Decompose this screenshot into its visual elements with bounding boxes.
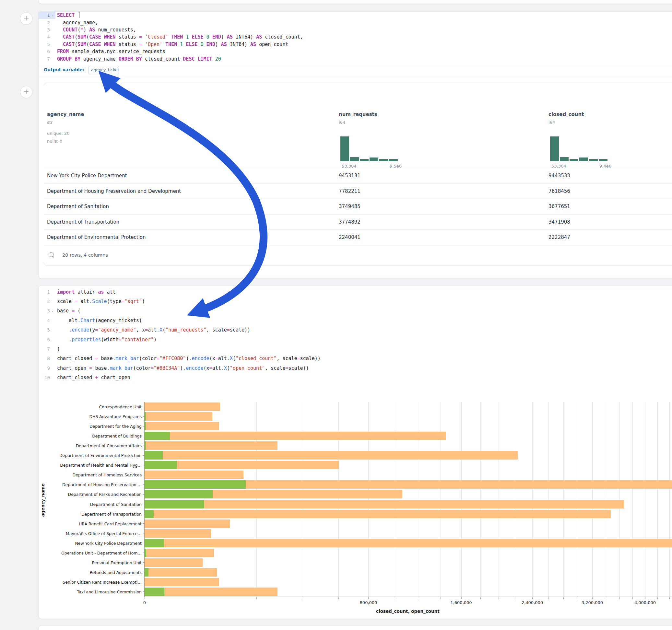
sql-editor-line[interactable]: 4 CAST(SUM(CASE WHEN status = 'Closed' T…: [38, 33, 303, 41]
chart-gridline: [395, 402, 395, 597]
column-header[interactable]: agency_name: [47, 112, 84, 117]
python-editor-line[interactable]: 8chart_closed = base.mark_bar(color="#FF…: [38, 354, 320, 363]
x-axis-tick: [532, 597, 533, 599]
sql-editor-line[interactable]: 2 agency_name,: [38, 19, 98, 26]
histogram-bar: [599, 159, 607, 161]
code-text: import altair as alt: [57, 289, 116, 295]
y-axis-label: DHS Advantage Programs: [32, 414, 142, 419]
bar-closed-count[interactable]: [145, 519, 230, 528]
line-number: 3: [38, 308, 50, 313]
column-histogram[interactable]: [550, 137, 607, 161]
bar-open-count[interactable]: [145, 510, 154, 518]
x-axis-tick: [645, 597, 645, 599]
bar-closed-count[interactable]: [145, 529, 211, 538]
sql-editor-line[interactable]: 5 CAST(SUM(CASE WHEN status = 'Open' THE…: [38, 41, 288, 48]
column-header[interactable]: num_requests: [339, 112, 377, 117]
chart-gridline: [563, 402, 564, 597]
code-fold-chevron-icon[interactable]: ⌄: [50, 308, 55, 312]
histogram-bar: [570, 159, 578, 161]
table-cell: Department of Environmental Protection: [47, 234, 146, 240]
column-stat: unique: 20: [47, 131, 70, 136]
table-cell: 7618456: [549, 188, 570, 194]
y-axis-label: HRA Benefit Card Replacement: [32, 522, 142, 526]
y-axis-label: Department of Buildings: [32, 434, 142, 438]
chart-gridline: [516, 402, 516, 597]
bar-open-count[interactable]: [145, 412, 146, 421]
chart-gridline: [419, 402, 419, 597]
bar-closed-count[interactable]: [145, 432, 446, 440]
python-editor-line[interactable]: 7): [38, 344, 60, 354]
bar-open-count[interactable]: [145, 480, 246, 489]
chart-gridline: [480, 402, 481, 597]
x-axis-tick: [303, 597, 303, 599]
python-editor-line[interactable]: 1import altair as alt: [38, 287, 116, 296]
x-axis-tick: [257, 597, 257, 599]
column-histogram[interactable]: [340, 137, 398, 161]
bar-closed-count[interactable]: [145, 549, 214, 557]
x-axis-tick: [606, 597, 606, 599]
line-number: 8: [38, 356, 50, 361]
table-cell: Department of Housing Preservation and D…: [47, 188, 181, 194]
bar-closed-count[interactable]: [145, 510, 611, 518]
add-cell-button[interactable]: +: [20, 86, 32, 98]
line-number: 4: [38, 34, 50, 40]
sql-editor-line[interactable]: 3 COUNT(*) AS num_requests,: [38, 26, 136, 33]
histogram-bar: [550, 137, 559, 161]
bar-closed-count[interactable]: [145, 451, 518, 460]
x-axis-tick: [419, 597, 419, 599]
bar-open-count[interactable]: [145, 568, 148, 577]
search-icon[interactable]: [49, 252, 53, 257]
y-axis-label: Department of Consumer Affairs: [32, 443, 142, 448]
column-header[interactable]: closed_count: [549, 112, 584, 117]
bar-open-count[interactable]: [145, 490, 213, 499]
sql-editor-line[interactable]: 7GROUP BY agency_name ORDER BY closed_co…: [38, 55, 221, 62]
bar-closed-count[interactable]: [145, 412, 212, 421]
bar-open-count[interactable]: [145, 422, 146, 430]
python-editor-line[interactable]: 2scale = alt.Scale(type="sqrt"): [38, 296, 145, 306]
output-variable-pill[interactable]: agency_tickets: [88, 66, 119, 74]
line-number: 10: [38, 375, 50, 380]
bar-closed-count[interactable]: [145, 578, 219, 586]
chart-gridline: [548, 402, 549, 597]
sql-editor-line[interactable]: 1⌄SELECT: [38, 12, 79, 19]
bar-closed-count[interactable]: [145, 568, 217, 577]
bar-closed-count[interactable]: [145, 422, 219, 430]
text-cursor: [79, 12, 79, 18]
line-number: 2: [38, 20, 50, 25]
bar-closed-count[interactable]: [145, 441, 278, 450]
table-cell: Department of Sanitation: [47, 203, 109, 209]
python-editor-line[interactable]: 9chart_open = base.mark_bar(color="#8BC3…: [38, 363, 309, 373]
sql-editor-line[interactable]: 6FROM sample_data.nyc.service_requests: [38, 48, 165, 55]
y-axis-label: Department for the Aging: [32, 424, 142, 429]
bar-closed-count[interactable]: [145, 470, 243, 479]
python-editor-line[interactable]: 4 alt.Chart(agency_tickets): [38, 316, 142, 325]
section-divider: [38, 65, 672, 65]
bar-open-count[interactable]: [145, 549, 146, 557]
bar-open-count[interactable]: [145, 539, 164, 547]
y-axis-label: Department of Transportation: [32, 512, 142, 516]
x-axis-tick-label: 3,200,000: [581, 600, 603, 605]
bar-closed-count[interactable]: [145, 587, 278, 596]
python-editor-line[interactable]: 3⌄base = (: [38, 306, 80, 316]
bar-open-count[interactable]: [145, 451, 163, 460]
bar-closed-count[interactable]: [145, 539, 672, 547]
python-editor-line[interactable]: 6 .properties(width="container"): [38, 335, 157, 344]
table-cell: 3471908: [549, 219, 570, 225]
bar-open-count[interactable]: [145, 587, 164, 596]
bar-closed-count[interactable]: [145, 558, 202, 567]
python-editor-line[interactable]: 10chart_closed + chart_open: [38, 373, 130, 382]
bar-open-count[interactable]: [145, 441, 146, 450]
chart-gridline: [532, 402, 533, 597]
bar-closed-count[interactable]: [145, 500, 624, 508]
python-editor-line[interactable]: 5 .encode(y="agency_name", x=alt.X("num_…: [38, 325, 250, 335]
bar-open-count[interactable]: [145, 500, 204, 508]
add-cell-button[interactable]: +: [20, 12, 32, 25]
bar-open-count[interactable]: [145, 461, 177, 469]
table-row-border: [44, 229, 672, 230]
x-axis-tick: [578, 597, 578, 599]
code-fold-chevron-icon[interactable]: ⌄: [50, 13, 55, 17]
bar-closed-count[interactable]: [145, 403, 220, 411]
x-axis-tick: [669, 597, 670, 599]
histogram-bar: [379, 159, 388, 161]
bar-open-count[interactable]: [145, 432, 170, 440]
